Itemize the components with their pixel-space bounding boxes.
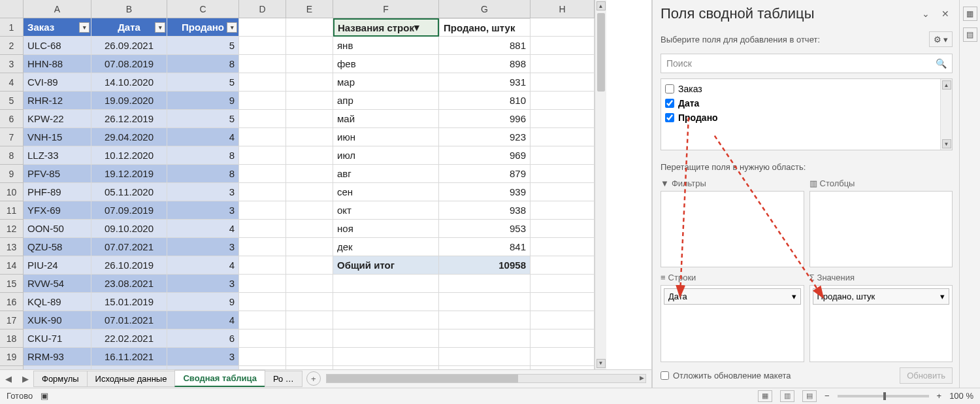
record-macro-icon[interactable]: ▣ <box>41 391 48 401</box>
drag-hint: Перетащите поля в нужную область: <box>661 162 953 172</box>
close-icon[interactable]: ✕ <box>938 7 953 21</box>
field-checkbox-date[interactable] <box>665 99 674 108</box>
field-checkbox-sold[interactable] <box>665 113 674 122</box>
zoom-level: 100 % <box>949 391 973 401</box>
side-format-icon[interactable]: ▤ <box>963 27 977 42</box>
spreadsheet-grid[interactable]: ABCDEFGH1Заказ▾Дата▾Продано▾Названия стр… <box>0 0 595 369</box>
defer-checkbox[interactable] <box>661 371 669 380</box>
pivot-value-header: Продано, штук <box>439 18 531 37</box>
table-header-b[interactable]: Дата▾ <box>91 18 167 37</box>
update-button[interactable]: Обновить <box>900 367 953 384</box>
fieldlist-scroll-up-icon[interactable]: ▲ <box>942 80 951 90</box>
tab-nav-prev-icon[interactable]: ◀ <box>0 374 17 384</box>
panel-title: Поля сводной таблицы <box>661 5 913 22</box>
chip-rows-date[interactable]: Дата▾ <box>664 288 801 305</box>
area-label-columns: Столбцы <box>820 178 855 188</box>
columns-icon: ▥ <box>809 178 817 188</box>
scroll-down-icon[interactable]: ▼ <box>596 359 606 368</box>
status-ready: Готово <box>7 391 33 401</box>
pivot-row-header[interactable]: Названия строк▾ <box>333 18 439 37</box>
view-page-break-icon[interactable]: ▤ <box>802 390 817 402</box>
values-icon: Σ <box>809 273 815 282</box>
search-placeholder: Поиск <box>666 58 692 69</box>
view-page-layout-icon[interactable]: ▥ <box>780 390 794 402</box>
defer-label: Отложить обновление макета <box>673 371 791 380</box>
table-header-a[interactable]: Заказ▾ <box>24 18 91 37</box>
side-palette-icon[interactable]: ▦ <box>963 7 977 21</box>
chevron-down-icon[interactable]: ⌄ <box>919 7 933 21</box>
vertical-scrollbar[interactable]: ▲ ▼ <box>595 0 606 369</box>
pivot-row-dropdown-icon[interactable]: ▾ <box>414 22 419 33</box>
view-normal-icon[interactable]: ▦ <box>758 390 772 402</box>
side-strip: ▦ ▤ <box>959 0 980 388</box>
scrollbar-thumb[interactable] <box>597 13 605 92</box>
panel-subtitle: Выберите поля для добавления в отчет: <box>661 35 820 44</box>
new-sheet-button[interactable]: + <box>306 371 321 386</box>
area-values[interactable]: Продано, штук▾ <box>809 285 953 362</box>
field-label-date: Дата <box>678 98 699 109</box>
tab-pivot-table[interactable]: Сводная таблица <box>174 370 265 387</box>
zoom-out-icon[interactable]: − <box>825 391 830 401</box>
horizontal-scrollbar[interactable]: ◀ ▶ <box>326 374 646 383</box>
filter-icon: ▼ <box>661 178 669 188</box>
filter-dropdown-icon[interactable]: ▾ <box>155 22 165 33</box>
zoom-in-icon[interactable]: + <box>937 391 942 401</box>
table-header-c[interactable]: Продано▾ <box>167 18 239 37</box>
fieldlist-scroll-down-icon[interactable]: ▼ <box>942 139 951 148</box>
gear-icon[interactable]: ⚙ ▾ <box>929 31 953 47</box>
area-columns[interactable] <box>809 191 953 267</box>
pivot-fields-panel: Поля сводной таблицы ⌄ ✕ Выберите поля д… <box>652 0 959 388</box>
tab-ro[interactable]: Ро … <box>265 371 302 387</box>
tab-nav-next-icon[interactable]: ▶ <box>17 374 34 384</box>
filter-dropdown-icon[interactable]: ▾ <box>227 22 237 33</box>
field-label-order: Заказ <box>678 84 702 94</box>
area-label-values: Значения <box>817 273 855 282</box>
zoom-slider[interactable] <box>838 395 929 397</box>
area-label-rows: Строки <box>668 273 696 282</box>
area-rows[interactable]: Дата▾ <box>661 285 804 362</box>
area-label-filters: Фильтры <box>672 178 706 188</box>
chip-values-sold[interactable]: Продано, штук▾ <box>813 288 950 305</box>
sheet-tabs: ◀ ▶ Формулы Исходные данные Сводная табл… <box>0 369 651 388</box>
search-icon: 🔍 <box>936 58 947 69</box>
scroll-up-icon[interactable]: ▲ <box>596 1 606 10</box>
rows-icon: ≡ <box>661 273 666 282</box>
tab-formulas[interactable]: Формулы <box>33 371 88 387</box>
filter-dropdown-icon[interactable]: ▾ <box>79 22 90 33</box>
status-bar: Готово ▣ ▦ ▥ ▤ − + 100 % <box>0 388 980 404</box>
field-label-sold: Продано <box>678 112 718 123</box>
field-list: Заказ Дата Продано ▲ ▼ <box>661 78 953 150</box>
tab-source-data[interactable]: Исходные данные <box>87 371 176 387</box>
field-checkbox-order[interactable] <box>665 84 674 93</box>
area-filters[interactable] <box>661 191 804 267</box>
search-input[interactable]: Поиск 🔍 <box>661 54 953 73</box>
